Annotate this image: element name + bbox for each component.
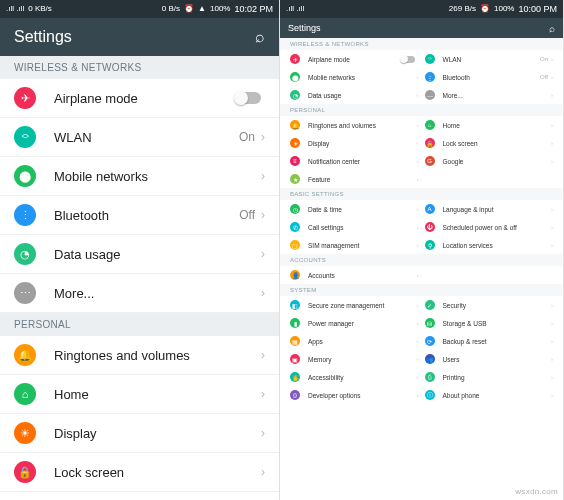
item-label: Language & input bbox=[443, 206, 552, 213]
chevron-right-icon: › bbox=[261, 247, 265, 261]
search-icon[interactable]: ⌕ bbox=[549, 23, 555, 34]
clock: 10:00 PM bbox=[518, 4, 557, 14]
item-label: Mobile networks bbox=[308, 74, 417, 81]
language-input-icon: A bbox=[425, 204, 435, 214]
list-item[interactable]: ✓Security› bbox=[425, 296, 554, 314]
chevron-right-icon: › bbox=[551, 224, 553, 230]
list-item[interactable]: ▣Memory› bbox=[290, 350, 419, 368]
item-label: Data usage bbox=[308, 92, 417, 99]
item-label: Display bbox=[54, 426, 261, 441]
display-icon: ☀ bbox=[290, 138, 300, 148]
item-label: Printing bbox=[443, 374, 552, 381]
list-item[interactable]: 🔔Ringtones and volumes› bbox=[290, 116, 419, 134]
list-item[interactable]: ▢SIM management› bbox=[290, 236, 419, 254]
feature-icon: ★ bbox=[290, 174, 300, 184]
list-item[interactable]: ⌔WLANOn› bbox=[0, 118, 279, 157]
settings-list: WIRELESS & NETWORKS ✈Airplane mode⌔WLANO… bbox=[0, 56, 279, 500]
item-label: Scheduled power on & off bbox=[443, 224, 552, 231]
home-icon: ⌂ bbox=[14, 383, 36, 405]
toggle-switch[interactable] bbox=[235, 92, 261, 104]
chevron-right-icon: › bbox=[551, 374, 553, 380]
list-item[interactable]: ⋯More...› bbox=[425, 86, 554, 104]
list-item[interactable]: ☀Display› bbox=[290, 134, 419, 152]
list-item[interactable]: ⬤Mobile networks› bbox=[290, 68, 419, 86]
settings-row: ◷Date & time›ALanguage & input› bbox=[280, 200, 563, 218]
list-item[interactable]: ⬤Mobile networks› bbox=[0, 157, 279, 196]
list-item[interactable]: ⌔WLANOn› bbox=[425, 50, 554, 68]
list-item[interactable]: ⓘAbout phone› bbox=[425, 386, 554, 404]
lock-screen-icon: 🔒 bbox=[425, 138, 435, 148]
chevron-right-icon: › bbox=[261, 286, 265, 300]
more--icon: ⋯ bbox=[14, 282, 36, 304]
list-item[interactable]: ✆Call settings› bbox=[290, 218, 419, 236]
status-bar: .ıll .ıll 0 KB/s 0 B/s ⏰ ▲ 100% 10:02 PM bbox=[0, 0, 279, 18]
item-label: Accessibility bbox=[308, 374, 417, 381]
signal-icon: .ıll .ıll bbox=[6, 5, 24, 13]
airplane-mode-icon: ✈ bbox=[14, 87, 36, 109]
settings-row: ▢SIM management›⚲Location services› bbox=[280, 236, 563, 254]
list-item[interactable]: ⌂Home› bbox=[0, 375, 279, 414]
list-item[interactable]: ⛁Storage & USB› bbox=[425, 314, 554, 332]
settings-row: ≡Notification center›GGoogle› bbox=[280, 152, 563, 170]
security-icon: ✓ bbox=[425, 300, 435, 310]
chevron-right-icon: › bbox=[417, 302, 419, 308]
settings-row: ✈Airplane mode⌔WLANOn› bbox=[280, 50, 563, 68]
battery-icon: 100% bbox=[494, 5, 514, 13]
settings-list: WIRELESS & NETWORKS✈Airplane mode⌔WLANOn… bbox=[280, 38, 563, 500]
power-manager-icon: ▮ bbox=[290, 318, 300, 328]
list-item[interactable]: ✈Airplane mode bbox=[0, 79, 279, 118]
item-value: Off bbox=[239, 208, 255, 222]
list-item[interactable]: ⚲Location services› bbox=[425, 236, 554, 254]
list-item[interactable]: ⏻Scheduled power on & off› bbox=[425, 218, 554, 236]
data-rate-2: 0 B/s bbox=[162, 5, 180, 13]
item-label: Google bbox=[443, 158, 552, 165]
search-icon[interactable]: ⌕ bbox=[255, 28, 265, 46]
list-item[interactable]: ✋Accessibility› bbox=[290, 368, 419, 386]
chevron-right-icon: › bbox=[551, 242, 553, 248]
list-item[interactable]: ⟳Backup & reset› bbox=[425, 332, 554, 350]
chevron-right-icon: › bbox=[417, 356, 419, 362]
chevron-right-icon: › bbox=[551, 302, 553, 308]
list-item[interactable]: ⋮BluetoothOff› bbox=[425, 68, 554, 86]
list-item[interactable]: ▦Apps› bbox=[290, 332, 419, 350]
chevron-right-icon: › bbox=[551, 338, 553, 344]
list-item[interactable]: ☀Display› bbox=[0, 414, 279, 453]
list-item[interactable]: GGoogle› bbox=[425, 152, 554, 170]
toggle-switch[interactable] bbox=[401, 56, 415, 63]
list-item[interactable]: 🔔Ringtones and volumes› bbox=[0, 336, 279, 375]
app-bar: Settings ⌕ bbox=[280, 18, 563, 38]
list-item[interactable]: 🔒Lock screen› bbox=[0, 453, 279, 492]
list-item[interactable]: ◔Data usage› bbox=[0, 235, 279, 274]
list-item[interactable]: ≡Notification center› bbox=[0, 492, 279, 500]
list-item[interactable]: 👤Accounts› bbox=[290, 266, 419, 284]
list-item[interactable]: ⎙Printing› bbox=[425, 368, 554, 386]
item-value: On bbox=[540, 56, 548, 62]
list-item[interactable]: ▮Power manager› bbox=[290, 314, 419, 332]
signal-icon: .ıll .ıll bbox=[286, 5, 304, 13]
list-item[interactable]: 🔒Lock screen› bbox=[425, 134, 554, 152]
bluetooth-icon: ⋮ bbox=[14, 204, 36, 226]
list-item[interactable]: ⋯More...› bbox=[0, 274, 279, 313]
phone-settings-right: .ıll .ıll 269 B/s ⏰ 100% 10:00 PM Settin… bbox=[280, 0, 564, 500]
list-item[interactable]: 👥Users› bbox=[425, 350, 554, 368]
chevron-right-icon: › bbox=[261, 130, 265, 144]
list-item[interactable]: ✈Airplane mode bbox=[290, 50, 419, 68]
list-item[interactable]: ◷Date & time› bbox=[290, 200, 419, 218]
list-item[interactable]: ⌂Home› bbox=[425, 116, 554, 134]
lock-screen-icon: 🔒 bbox=[14, 461, 36, 483]
settings-row: ☀Display›🔒Lock screen› bbox=[280, 134, 563, 152]
chevron-right-icon: › bbox=[551, 56, 553, 62]
settings-row: ⬤Mobile networks›⋮BluetoothOff› bbox=[280, 68, 563, 86]
chevron-right-icon: › bbox=[551, 392, 553, 398]
list-item[interactable]: ★Feature› bbox=[290, 170, 419, 188]
list-item[interactable]: ≡Notification center› bbox=[290, 152, 419, 170]
list-item[interactable]: ◔Data usage› bbox=[290, 86, 419, 104]
data-usage-icon: ◔ bbox=[290, 90, 300, 100]
date-time-icon: ◷ bbox=[290, 204, 300, 214]
list-item[interactable]: ◧Secure zone management› bbox=[290, 296, 419, 314]
list-item[interactable]: ALanguage & input› bbox=[425, 200, 554, 218]
settings-row: ✆Call settings›⏻Scheduled power on & off… bbox=[280, 218, 563, 236]
users-icon: 👥 bbox=[425, 354, 435, 364]
list-item[interactable]: ⋮BluetoothOff› bbox=[0, 196, 279, 235]
list-item[interactable]: {}Developer options› bbox=[290, 386, 419, 404]
